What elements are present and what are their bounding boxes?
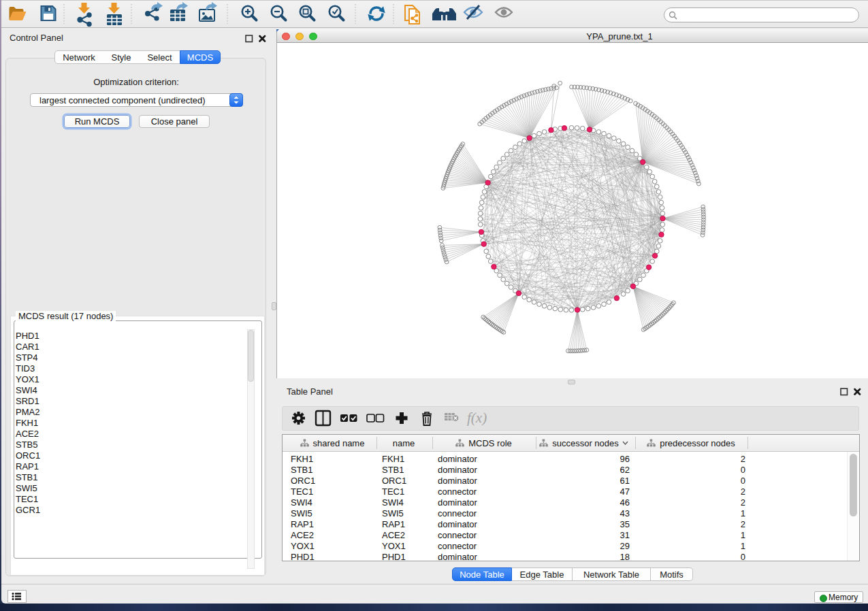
svg-text:f(x): f(x)	[467, 410, 487, 426]
